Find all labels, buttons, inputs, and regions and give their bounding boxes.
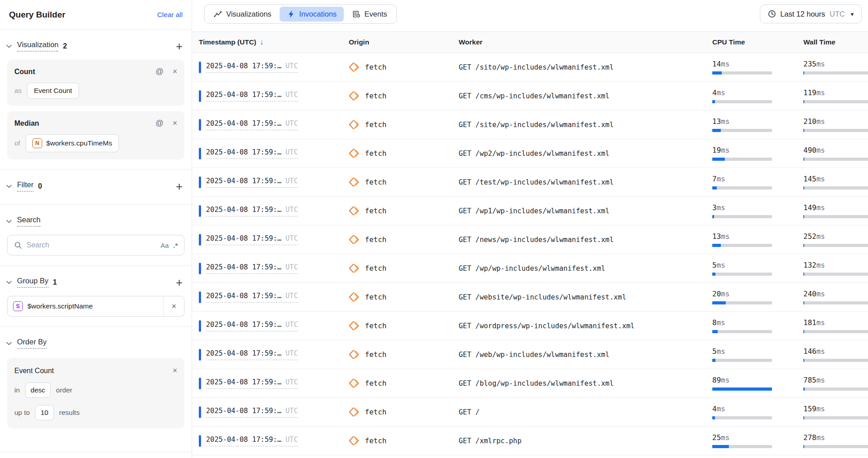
invocation-row[interactable]: 2025-04-08 17:59:… UTC fetch GET /sito/w… [193, 53, 868, 82]
invocation-row[interactable]: 2025-04-08 17:59:… UTC fetch GET /websit… [193, 283, 868, 312]
invocation-row[interactable]: 2025-04-08 17:59:… UTC fetch GET /wordpr… [193, 312, 868, 340]
section-order-by-label[interactable]: Order By [17, 338, 47, 349]
timestamp-link[interactable]: 2025-04-08 17:59:… UTC [206, 234, 298, 245]
add-visualization-button[interactable]: + [176, 42, 183, 51]
timestamp-link[interactable]: 2025-04-08 17:59:… UTC [206, 148, 298, 159]
timestamp-link[interactable]: 2025-04-08 17:59:… UTC [206, 91, 298, 101]
wall-time-bar [803, 129, 868, 132]
time-range-select[interactable]: Last 12 hours UTC ▾ [760, 4, 862, 23]
chevron-down-icon[interactable] [5, 183, 13, 190]
cpu-time-unit: ms [717, 347, 725, 356]
wall-time-unit: ms [816, 146, 825, 154]
row-status-indicator [199, 263, 201, 274]
match-case-icon[interactable]: Aa [161, 242, 169, 249]
timestamp-value: 2025-04-08 17:59:… [206, 206, 281, 214]
invocation-row[interactable]: 2025-04-08 17:59:… UTC fetch GET /news/w… [193, 225, 868, 254]
close-icon[interactable]: × [172, 119, 177, 128]
mention-icon[interactable]: @ [155, 67, 163, 76]
invocation-row[interactable]: 2025-04-08 17:59:… UTC fetch GET /cms/wp… [193, 82, 868, 110]
cpu-time-unit: ms [717, 405, 725, 413]
cpu-time-value: 5 [712, 347, 717, 356]
tab-invocations[interactable]: Invocations [280, 7, 344, 22]
clear-all-button[interactable]: Clear all [157, 11, 183, 19]
timestamp-timezone: UTC [285, 206, 298, 214]
timestamp-link[interactable]: 2025-04-08 17:59:… UTC [206, 206, 298, 216]
invocation-row[interactable]: 2025-04-08 17:59:… UTC fetch GET /wp2/wp… [193, 139, 868, 168]
wall-time-bar-fill [803, 186, 804, 189]
cpu-time-value: 8 [712, 318, 717, 327]
invocation-row[interactable]: 2025-04-08 17:59:… UTC fetch GET /site/w… [193, 110, 868, 139]
timestamp-link[interactable]: 2025-04-08 17:59:… UTC [206, 263, 298, 274]
add-filter-button[interactable]: + [176, 182, 183, 191]
wall-time-bar-fill [803, 158, 804, 161]
invocation-row[interactable]: 2025-04-08 17:59:… UTC fetch GET /xmlrpc… [193, 427, 868, 455]
invocation-row[interactable]: 2025-04-08 17:59:… UTC fetch GET / 4ms 1… [193, 398, 868, 427]
cpu-time-bar [712, 129, 772, 132]
cpu-time-value: 19 [712, 146, 721, 154]
timestamp-link[interactable]: 2025-04-08 17:59:… UTC [206, 292, 298, 303]
chevron-down-icon[interactable] [5, 43, 13, 50]
cpu-time-value: 7 [712, 175, 717, 183]
worker-request: GET /test/wp-includes/wlwmanifest.xml [459, 178, 712, 186]
chevron-down-icon[interactable] [5, 340, 13, 347]
column-header-wall-time[interactable]: Wall Time [803, 38, 868, 46]
origin-value: fetch [365, 379, 386, 388]
wall-time-value: 785 [803, 376, 816, 384]
timestamp-link[interactable]: 2025-04-08 17:59:… UTC [206, 378, 298, 389]
result-limit-input[interactable]: 10 [35, 405, 53, 420]
timestamp-link[interactable]: 2025-04-08 17:59:… UTC [206, 407, 298, 418]
timestamp-link[interactable]: 2025-04-08 17:59:… UTC [206, 321, 298, 331]
order-direction-select[interactable]: desc [25, 383, 51, 398]
timestamp-link[interactable]: 2025-04-08 17:59:… UTC [206, 349, 298, 360]
remove-group-by-button[interactable]: × [163, 296, 184, 316]
timestamp-link[interactable]: 2025-04-08 17:59:… UTC [206, 177, 298, 188]
cpu-time-bar [712, 244, 772, 247]
tab-events[interactable]: Events [345, 7, 394, 22]
mention-icon[interactable]: @ [155, 119, 163, 128]
worker-request: GET /cms/wp-includes/wlwmanifest.xml [459, 92, 712, 100]
column-header-cpu-time[interactable]: CPU Time [712, 38, 803, 46]
wall-time-value: 210 [803, 117, 816, 126]
timestamp-link[interactable]: 2025-04-08 17:59:… UTC [206, 62, 298, 73]
timestamp-timezone: UTC [285, 91, 298, 99]
section-search-label[interactable]: Search [17, 216, 40, 227]
tab-visualizations[interactable]: Visualizations [206, 7, 279, 22]
timestamp-value: 2025-04-08 17:59:… [206, 234, 281, 242]
chevron-down-icon[interactable] [5, 279, 13, 286]
column-header-worker[interactable]: Worker [459, 38, 712, 46]
remove-order-by-button[interactable]: × [172, 366, 177, 375]
group-by-field[interactable]: S $workers.scriptName × [7, 296, 184, 317]
invocation-row[interactable]: 2025-04-08 17:59:… UTC fetch GET /wp1/wp… [193, 197, 868, 225]
regex-icon[interactable]: .* [173, 242, 178, 249]
column-header-origin[interactable]: Origin [349, 38, 459, 46]
cpu-time-bar-fill [712, 129, 721, 132]
section-group-by-label[interactable]: Group By [17, 277, 48, 288]
timestamp-link[interactable]: 2025-04-08 17:59:… UTC [206, 119, 298, 130]
close-icon[interactable]: × [172, 67, 177, 76]
cpu-time-value: 13 [712, 232, 721, 241]
field-chip[interactable]: N $workers.cpuTimeMs [26, 134, 119, 152]
chevron-down-icon[interactable] [5, 218, 13, 225]
timestamp-value: 2025-04-08 17:59:… [206, 378, 281, 386]
alias-chip[interactable]: Event Count [27, 83, 79, 99]
cpu-time-bar-fill [712, 215, 714, 218]
section-filter-label[interactable]: Filter [17, 181, 34, 192]
search-input[interactable] [26, 241, 156, 249]
cpu-time-unit: ms [717, 261, 725, 269]
column-header-timestamp[interactable]: Timestamp (UTC) ↓ [199, 38, 349, 46]
origin-value: fetch [365, 436, 386, 445]
invocation-row[interactable]: 2025-04-08 17:59:… UTC fetch GET /wp/wp-… [193, 254, 868, 283]
invocation-row[interactable]: 2025-04-08 17:59:… UTC fetch GET /test/w… [193, 168, 868, 197]
invocation-row[interactable]: 2025-04-08 17:59:… UTC fetch GET /blog/w… [193, 369, 868, 398]
timestamp-value: 2025-04-08 17:59:… [206, 62, 281, 70]
invocation-row[interactable]: 2025-04-08 17:59:… UTC fetch GET /web/wp… [193, 340, 868, 369]
page-title: Query Builder [9, 10, 66, 20]
worker-request: GET /news/wp-includes/wlwmanifest.xml [459, 236, 712, 244]
wall-time-value: 278 [803, 433, 816, 442]
wall-time-bar-fill [803, 388, 805, 391]
wall-time-unit: ms [816, 347, 825, 356]
add-group-by-button[interactable]: + [176, 278, 183, 287]
timestamp-link[interactable]: 2025-04-08 17:59:… UTC [206, 436, 298, 446]
section-visualization-label[interactable]: Visualization [17, 40, 58, 52]
cpu-time-unit: ms [721, 117, 729, 126]
